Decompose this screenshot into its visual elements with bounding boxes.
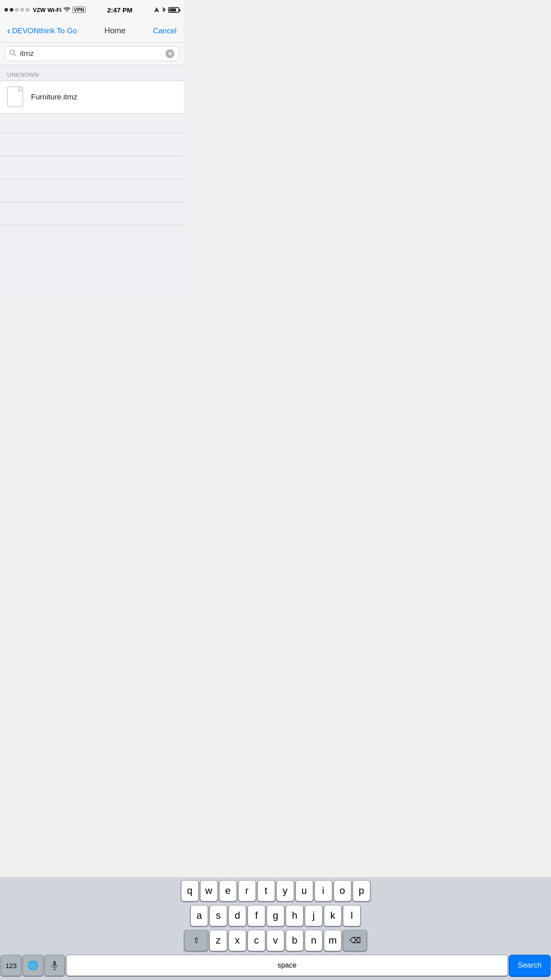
status-bar: VZW Wi-Fi VPN 2:47 PM: [0, 0, 184, 20]
carrier-label: VZW: [33, 7, 46, 13]
empty-row-3: [0, 160, 184, 179]
signal-dot-1: [4, 8, 8, 12]
search-bar-container: ✕: [0, 43, 184, 65]
empty-row-4: [0, 183, 184, 202]
empty-row-2: [0, 137, 184, 156]
status-right: [154, 7, 179, 13]
bluetooth-icon: [161, 7, 166, 13]
search-bar: ✕: [4, 46, 179, 61]
nav-bar: ‹ DEVONthink To Go Home Cancel: [0, 20, 184, 43]
status-time: 2:47 PM: [107, 6, 133, 14]
section-header-unknown: UNKNOWN: [0, 65, 184, 81]
vpn-label: VPN: [72, 7, 86, 13]
file-icon: [7, 87, 25, 108]
svg-marker-0: [154, 7, 159, 12]
search-icon: [9, 49, 16, 58]
cancel-button[interactable]: Cancel: [153, 27, 177, 36]
search-clear-button[interactable]: ✕: [165, 49, 174, 58]
signal-dot-2: [10, 8, 13, 12]
battery-icon: [168, 7, 179, 13]
result-item-furniture[interactable]: Furniture.itmz: [0, 81, 184, 114]
svg-line-2: [14, 54, 16, 56]
signal-dot-5: [26, 8, 29, 12]
empty-row-1: [0, 114, 184, 133]
search-input[interactable]: [20, 49, 162, 58]
status-left: VZW Wi-Fi VPN: [4, 7, 86, 13]
wifi-label: Wi-Fi: [47, 7, 62, 13]
results-area: UNKNOWN Furniture.itmz: [0, 65, 184, 296]
signal-dot-4: [20, 8, 24, 12]
signal-dot-3: [15, 8, 19, 12]
nav-title: Home: [104, 26, 126, 36]
back-chevron-icon: ‹: [7, 26, 10, 36]
back-button[interactable]: ‹ DEVONthink To Go: [7, 26, 77, 36]
empty-row-5: [0, 206, 184, 225]
result-name: Furniture.itmz: [31, 93, 77, 102]
location-icon: [154, 7, 159, 12]
back-label: DEVONthink To Go: [12, 27, 77, 36]
wifi-icon: [63, 7, 71, 12]
